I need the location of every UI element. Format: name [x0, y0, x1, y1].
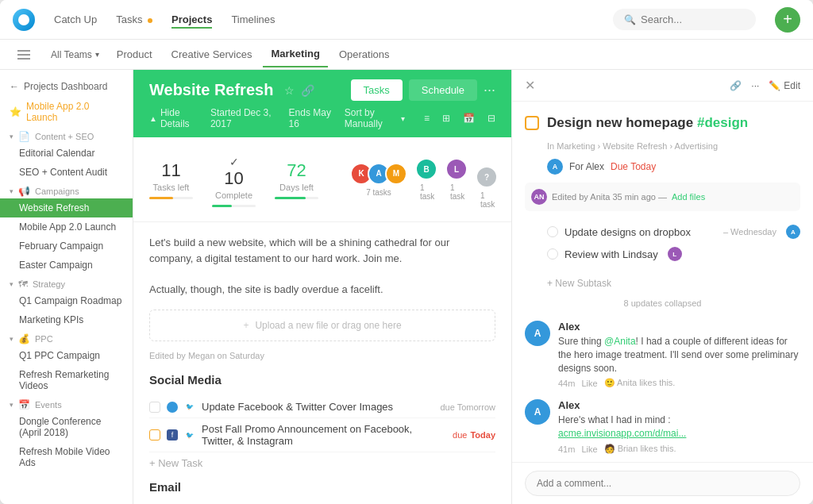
tab-operations[interactable]: Operations	[331, 42, 398, 67]
tab-creative[interactable]: Creative Services	[164, 42, 260, 67]
schedule-button[interactable]: Schedule	[409, 79, 477, 101]
nav-catchup[interactable]: Catch Up	[54, 10, 97, 29]
social-media-section: Social Media	[149, 373, 495, 387]
subtask-list: Update designs on dropbox – Wednesday A …	[525, 221, 800, 265]
sort-by[interactable]: Sort by Manually ▾	[345, 107, 405, 129]
view-list-icon[interactable]: ≡	[424, 113, 430, 124]
sidebar-item-q1roadmap[interactable]: Q1 Campaign Roadmap	[0, 291, 133, 310]
nav-projects[interactable]: Projects	[171, 10, 212, 29]
edit-action[interactable]: ✏️ Edit	[769, 80, 800, 91]
comment-item: A Alex Sure thing @Anita! I had a couple…	[525, 321, 800, 388]
right-panel: ✕ 🔗 ··· ✏️ Edit	[511, 70, 813, 504]
comment-link[interactable]: acme.invisionapp.com/d/mai...	[558, 428, 686, 439]
link-action[interactable]: 🔗	[730, 80, 742, 91]
sidebar-item-editorial[interactable]: Editorial Calendar	[0, 144, 133, 163]
search-input[interactable]	[641, 13, 745, 25]
assignee-avatar: A	[547, 159, 563, 175]
sidebar-toggle[interactable]	[13, 44, 35, 66]
app-logo	[13, 9, 35, 31]
updates-collapsed[interactable]: 8 updates collapsed	[525, 292, 800, 314]
subtask-item: Review with Lindsay L	[547, 243, 800, 265]
tasks-button[interactable]: Tasks	[351, 79, 403, 101]
tasks-left-stat: 11 Tasks left	[149, 160, 193, 199]
avatar: B	[415, 158, 437, 180]
tab-product[interactable]: Product	[109, 42, 160, 67]
team-selector[interactable]: All Teams	[44, 46, 106, 63]
star-icon[interactable]: ☆	[284, 84, 295, 97]
svg-rect-2	[17, 58, 30, 60]
comment-meta: 44m Like 🙂 Anita likes this.	[558, 378, 800, 388]
search-icon: 🔍	[624, 14, 636, 25]
sidebar-item-website-refresh[interactable]: Website Refresh	[0, 198, 133, 217]
chevron-icon: ▾	[10, 401, 13, 409]
sidebar-item-kpis[interactable]: Marketing KPIs	[0, 310, 133, 329]
comment-input[interactable]	[525, 471, 800, 496]
comment-avatar: A	[525, 399, 550, 425]
sidebar-group-content[interactable]: ▾ 📄 Content + SEO	[0, 127, 133, 144]
link-icon[interactable]: 🔗	[301, 84, 314, 97]
sidebar-group-events[interactable]: ▾ 📅 Events	[0, 395, 133, 412]
task-icon: f	[167, 429, 178, 441]
chevron-up-icon: ▲	[149, 114, 157, 123]
sidebar-item-remarketing[interactable]: Refresh Remarketing Videos	[0, 365, 133, 395]
sidebar-item-mobile-video[interactable]: Refresh Mobile Video Ads	[0, 442, 133, 472]
email-section: Email	[149, 480, 495, 494]
comment-content: Alex Sure thing @Anita! I had a couple o…	[558, 321, 800, 388]
subtask-item: Update designs on dropbox – Wednesday A	[547, 221, 800, 243]
task-checkbox[interactable]	[149, 402, 160, 413]
sidebar-group-ppc[interactable]: ▾ 💰 PPC	[0, 329, 133, 346]
pencil-icon: ✏️	[769, 80, 780, 91]
task-checkbox[interactable]	[149, 429, 160, 441]
project-description: Let's build a new website, which will be…	[149, 235, 495, 297]
sidebar-group-strategy[interactable]: ▾ 🗺 Strategy	[0, 275, 133, 291]
view-calendar-icon[interactable]: 📅	[463, 113, 475, 124]
add-files-link[interactable]: Add files	[672, 192, 705, 202]
filter-icon[interactable]: ⊟	[487, 113, 495, 124]
view-grid-icon[interactable]: ⊞	[442, 113, 450, 124]
add-button[interactable]: +	[775, 7, 800, 33]
tasks-content: Let's build a new website, which will be…	[133, 222, 511, 504]
sidebar-item-mobile[interactable]: Mobile App 2.0 Launch	[0, 217, 133, 237]
task-icon-sm: 🐦	[184, 402, 195, 413]
panel-footer	[512, 462, 813, 504]
like-button[interactable]: Like	[581, 444, 597, 454]
days-left-stat: 72 Days left	[275, 160, 318, 199]
task-detail-checkbox[interactable]	[525, 116, 539, 130]
nav-tasks[interactable]: Tasks	[116, 10, 152, 29]
more-action[interactable]: ···	[751, 80, 759, 91]
subtask-checkbox[interactable]	[547, 248, 558, 260]
sidebar-item-easter[interactable]: Easter Campaign	[0, 256, 133, 275]
nav-timelines[interactable]: Timelines	[231, 10, 275, 29]
more-button[interactable]: ···	[484, 82, 495, 98]
subtask-avatar: L	[668, 247, 682, 261]
sidebar-group-campaigns[interactable]: ▾ 📢 Campaigns	[0, 182, 133, 198]
sidebar-item-dongle[interactable]: Dongle Conference (April 2018)	[0, 412, 133, 442]
avatar: ?	[476, 166, 498, 188]
close-button[interactable]: ✕	[525, 78, 535, 93]
chevron-icon: ▾	[10, 280, 13, 288]
hide-details[interactable]: ▲ Hide Details	[149, 107, 198, 129]
comment-avatar: A	[525, 321, 550, 346]
search-bar[interactable]: 🔍	[613, 9, 756, 30]
sidebar-item-q1ppc[interactable]: Q1 PPC Campaign	[0, 346, 133, 365]
subtask-checkbox[interactable]	[547, 226, 558, 237]
activity-note: AN Edited by Anita 35 min ago — Add file…	[525, 183, 800, 211]
new-task[interactable]: + New Task	[149, 452, 495, 474]
svg-rect-0	[17, 50, 30, 52]
sidebar-item-seo[interactable]: SEO + Content Audit	[0, 163, 133, 182]
ends-date: Ends May 16	[289, 107, 332, 129]
upload-icon: +	[243, 320, 249, 331]
task-detail-header: Design new homepage #design	[525, 114, 800, 132]
task-detail-title: Design new homepage #design	[547, 114, 748, 132]
avatar: M	[385, 163, 407, 185]
task-item: f 🐦 Post Fall Promo Announcement on Face…	[149, 418, 495, 452]
sidebar-back[interactable]: Projects Dashboard	[0, 76, 133, 97]
upload-zone[interactable]: + Upload a new file or drag one here	[149, 310, 495, 341]
sidebar-item-february[interactable]: February Campaign	[0, 237, 133, 256]
like-button[interactable]: Like	[581, 379, 597, 388]
comment-item: A Alex Here's what I had in mind : acme.…	[525, 399, 800, 454]
activity-avatar: AN	[531, 189, 547, 205]
new-subtask[interactable]: + New Subtask	[525, 275, 800, 292]
sidebar-item-starred[interactable]: ⭐ Mobile App 2.0 Launch	[0, 97, 133, 127]
tab-marketing[interactable]: Marketing	[263, 41, 327, 67]
